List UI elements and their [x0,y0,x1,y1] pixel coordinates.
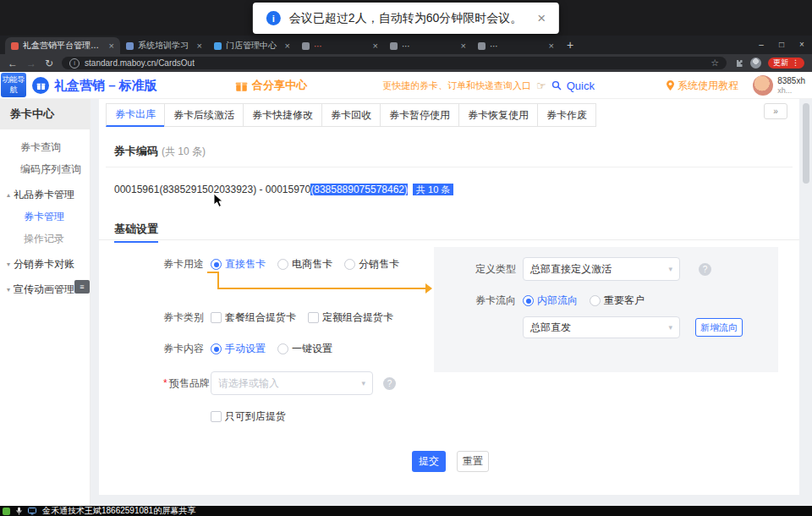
radio-distribution-sale[interactable]: 分销售卡 [344,257,399,272]
radio-key-customer[interactable]: 重要客户 [590,294,645,308]
brand: 礼盒营销 – 标准版 [32,72,157,99]
extensions-icon[interactable] [735,59,743,68]
tab-close-icon[interactable]: × [109,41,114,51]
tab-close-icon[interactable]: × [461,41,466,51]
sidebar-collapse-toggle[interactable]: ≡ [74,280,90,294]
screen-share-icon[interactable] [28,508,36,515]
avatar[interactable] [753,75,773,96]
tab-close-icon[interactable]: × [549,41,554,51]
browser-tab[interactable]: 系统培训学习 × [120,37,208,54]
app-header: 功能导航 礼盒营销 – 标准版 合分享中心 更快捷的券卡、订单和快递查询入口 ☞… [0,72,812,99]
radio-ecommerce-sale[interactable]: 电商售卡 [277,257,332,272]
radio-one-click-setting[interactable]: 一键设置 [277,342,332,356]
chevron-down-icon: ▾ [361,379,365,387]
tab-close-icon[interactable]: × [285,41,290,51]
tab-card-resume[interactable]: 券卡恢复使用 [458,103,538,127]
tutorial-link[interactable]: 系统使用教程 [667,72,738,99]
chevron-down-icon: ▾ [668,265,672,273]
brand-label-text: 预售品牌 [169,377,210,389]
tab-card-void[interactable]: 券卡作废 [537,103,596,127]
gift-icon [235,80,248,92]
checkbox-combo-pickup-card[interactable]: 套餐组合提货卡 [211,310,296,325]
radio-on-icon [211,259,222,270]
radio-label: 手动设置 [225,342,266,356]
define-type-value: 总部直接定义激活 [530,262,612,277]
sidebar-item-operation-log[interactable]: 操作记录 [0,228,90,250]
sidebar-group-distribution-reconcile[interactable]: ▾ 分销券卡对账 [0,253,90,275]
address-bar[interactable]: i standard.maboy.cn/CardsOut ☆ [62,57,727,69]
radio-off-icon [344,259,355,270]
radio-manual-setting[interactable]: 手动设置 [211,342,266,356]
tab-close-icon[interactable]: × [197,41,202,51]
feature-nav-toggle[interactable]: 功能导航 [1,73,26,97]
microphone-icon[interactable] [16,507,22,515]
card-code-range[interactable]: 00015961(8385291502033923) - 00015970(83… [114,184,453,196]
tab-card-quick-edit[interactable]: 券卡快捷修改 [243,103,322,127]
scrollbar-thumb[interactable] [803,103,809,184]
quick-entry-promo[interactable]: 更快捷的券卡、订单和快递查询入口 ☞ Quick [382,72,595,99]
sidebar-item-code-sequence-query[interactable]: 编码序列查询 [0,158,90,180]
user-menu[interactable]: 8385xh xh... [753,72,805,99]
close-button[interactable]: × [792,36,812,54]
maximize-button[interactable]: □ [771,36,792,54]
panel-collapse-button[interactable]: » [764,103,787,119]
help-icon[interactable]: ? [383,377,396,390]
radio-off-icon [277,259,288,270]
sidebar-item-card-management[interactable]: 券卡管理 [0,206,90,228]
reset-button[interactable]: 重置 [457,451,489,472]
brand-placeholder: 请选择或输入 [218,376,279,391]
minimize-button[interactable]: – [751,36,771,54]
meeting-app-icon[interactable] [3,508,10,515]
new-tab-button[interactable]: + [567,38,573,52]
code-text-selected: (8385889075578462) [310,184,408,195]
url-text: standard.maboy.cn/CardsOut [85,58,195,68]
menu-dots-icon[interactable]: ⋮ [792,59,799,67]
chrome-update-button[interactable]: 更新 ⋮ [768,58,804,69]
tab-close-icon[interactable]: × [373,41,378,51]
toast-close-icon[interactable]: × [537,11,546,25]
share-center-link[interactable]: 合分享中心 [235,72,307,99]
section-title: 券卡编码 [114,145,158,157]
reload-icon[interactable]: ↻ [45,58,53,69]
help-icon[interactable]: ? [699,263,711,276]
quick-label: Quick [567,80,595,92]
annotation-arrow-head [425,283,432,294]
tab-card-activate[interactable]: 券卡后续激活 [164,103,244,127]
bookmark-star-icon[interactable]: ☆ [710,58,719,69]
flow-select[interactable]: 总部直发▾ [523,316,680,338]
tab-title: ⋯ [402,41,457,51]
add-flow-button[interactable]: 新增流向 [695,318,743,337]
tab-card-suspend[interactable]: 券卡暂停使用 [380,103,459,127]
tab-card-outbound[interactable]: 券卡出库 [106,103,165,127]
browser-tab[interactable]: 门店管理中心 × [208,37,296,54]
sidebar-item-card-query[interactable]: 券卡查询 [0,136,90,158]
tab-title: 门店管理中心 [226,40,281,52]
activation-settings-panel: 定义类型 总部直接定义激活▾ ? 券卡流向 内部流向 [434,247,778,372]
presale-brand-select[interactable]: 请选择或输入▾ [211,371,373,395]
pointer-icon: ☞ [536,80,546,92]
define-type-select[interactable]: 总部直接定义激活▾ [523,257,680,281]
tutorial-label: 系统使用教程 [678,79,738,93]
radio-internal-flow[interactable]: 内部流向 [523,294,578,308]
required-asterisk: * [163,377,167,389]
checkbox-fixed-combo-pickup-card[interactable]: 定额组合提货卡 [308,310,393,325]
back-icon[interactable]: ← [8,58,18,69]
sidebar-group-gift-card-mgmt[interactable]: ▴ 礼品券卡管理 [0,184,90,206]
site-info-icon[interactable]: i [69,58,80,69]
profile-avatar[interactable] [750,58,761,69]
browser-tab[interactable]: ⋯ × [472,37,560,54]
checkbox-store-pickup-only[interactable]: 只可到店提货 [211,409,286,424]
flow-label: 券卡流向 [434,294,516,308]
pin-icon [667,80,674,91]
tab-card-recycle[interactable]: 券卡回收 [321,103,381,127]
radio-direct-sale[interactable]: 直接售卡 [211,257,266,272]
submit-button[interactable]: 提交 [412,451,446,472]
brand-label: *预售品牌 [163,376,204,391]
caret-down-icon: ▾ [7,261,10,268]
forward-icon[interactable]: → [26,58,36,69]
browser-tab[interactable]: ⋯ × [296,37,384,54]
browser-tab-active[interactable]: 礼盒营销平台管理中心 × [5,37,120,54]
sidebar-group-label: 礼品券卡管理 [14,188,74,202]
browser-tab[interactable]: ⋯ × [384,37,472,54]
usage-label: 券卡用途 [163,257,204,272]
